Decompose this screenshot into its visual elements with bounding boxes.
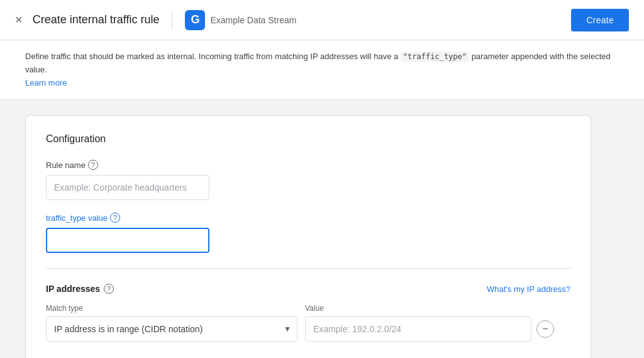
page-title: Create internal traffic rule bbox=[33, 13, 160, 26]
main-content: Configuration Rule name ? traffic_type v… bbox=[0, 100, 644, 358]
minus-icon: − bbox=[542, 323, 548, 335]
traffic-type-group: traffic_type value ? bbox=[46, 213, 570, 253]
brand-name: Example Data Stream bbox=[210, 15, 296, 25]
ip-help-icon[interactable]: ? bbox=[104, 284, 114, 294]
remove-condition-button[interactable]: − bbox=[536, 320, 554, 338]
ip-section-header: IP addresses ? What's my IP address? bbox=[46, 284, 570, 294]
traffic-type-input[interactable] bbox=[46, 228, 209, 253]
brand-icon: G bbox=[185, 10, 205, 30]
rule-name-help-icon[interactable]: ? bbox=[88, 160, 98, 170]
value-label: Value bbox=[305, 304, 570, 313]
match-value-row: Match type IP address is in range (CIDR … bbox=[46, 304, 570, 342]
match-type-group: Match type IP address is in range (CIDR … bbox=[46, 304, 297, 342]
form-divider bbox=[46, 268, 570, 269]
brand-section: G Example Data Stream bbox=[185, 10, 296, 30]
header-divider bbox=[172, 10, 172, 30]
rule-name-group: Rule name ? bbox=[46, 160, 570, 200]
config-card: Configuration Rule name ? traffic_type v… bbox=[25, 115, 591, 358]
close-button[interactable]: × bbox=[15, 13, 23, 27]
match-type-select-wrapper: IP address is in range (CIDR notation) I… bbox=[46, 316, 297, 342]
value-group: Value − bbox=[305, 304, 570, 342]
value-input-wrapper: − bbox=[305, 316, 570, 342]
create-button[interactable]: Create bbox=[571, 9, 629, 31]
add-condition-button[interactable]: Add condition bbox=[46, 352, 99, 358]
match-type-label: Match type bbox=[46, 304, 297, 313]
rule-name-input[interactable] bbox=[46, 175, 209, 200]
whats-my-ip-link[interactable]: What's my IP address? bbox=[487, 284, 570, 294]
traffic-type-help-icon[interactable]: ? bbox=[110, 213, 120, 223]
description-code: "traffic_type" bbox=[401, 52, 469, 62]
match-type-select[interactable]: IP address is in range (CIDR notation) I… bbox=[46, 316, 297, 342]
traffic-type-label: traffic_type value ? bbox=[46, 213, 570, 223]
description-text-before: Define traffic that should be marked as … bbox=[25, 52, 401, 61]
description-bar: Define traffic that should be marked as … bbox=[0, 40, 644, 100]
header: × Create internal traffic rule G Example… bbox=[0, 0, 644, 40]
rule-name-label: Rule name ? bbox=[46, 160, 570, 170]
ip-section-title: IP addresses ? bbox=[46, 284, 114, 294]
config-title: Configuration bbox=[46, 133, 570, 145]
ip-addresses-section: IP addresses ? What's my IP address? Mat… bbox=[46, 284, 570, 358]
value-input[interactable] bbox=[305, 316, 531, 342]
learn-more-link[interactable]: Learn more bbox=[25, 78, 67, 87]
